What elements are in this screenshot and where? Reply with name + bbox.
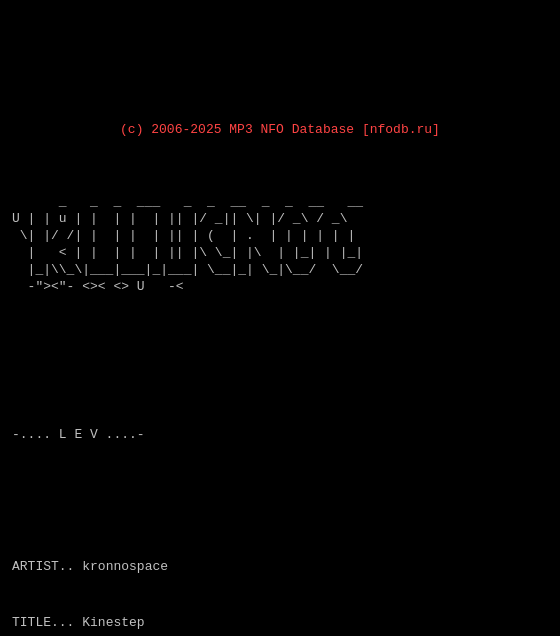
artist-value: kronnospace xyxy=(82,559,168,574)
ascii-art-block: _ _ _ ___ _ _ __ _ _ __ __ U | | u | | |… xyxy=(12,178,548,313)
blank-line-2 xyxy=(12,482,548,501)
page-container: (c) 2006-2025 MP3 NFO Database [nfodb.ru… xyxy=(12,83,548,636)
ascii-row-1: _ _ _ ___ _ _ __ _ _ __ __ U | | u | | |… xyxy=(12,194,363,293)
lev-separator: -.... L E V ....- xyxy=(12,426,548,445)
artist-label: ARTIST.. xyxy=(12,559,74,574)
field-artist: ARTIST.. kronnospace xyxy=(12,558,548,577)
blank-line-1 xyxy=(12,369,548,388)
title-label: TITLE... xyxy=(12,615,74,630)
copyright-line: (c) 2006-2025 MP3 NFO Database [nfodb.ru… xyxy=(12,121,548,140)
field-title: TITLE... Kinestep xyxy=(12,614,548,633)
title-value: Kinestep xyxy=(82,615,144,630)
